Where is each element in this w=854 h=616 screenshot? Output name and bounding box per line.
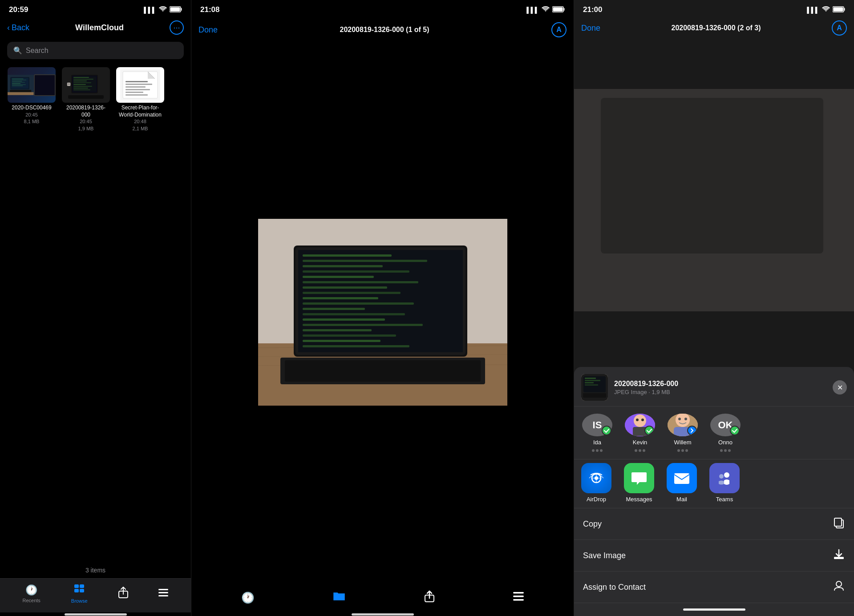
search-bar[interactable]: 🔍 Search xyxy=(7,42,184,59)
svg-rect-28 xyxy=(73,89,90,90)
apps-row: AirDrop Messages Mail xyxy=(574,459,854,508)
circle-label-3: A xyxy=(837,24,842,32)
app-item-airdrop[interactable]: AirDrop xyxy=(579,463,613,503)
svg-rect-37 xyxy=(125,84,152,85)
status-icons-2: ▌▌▌ xyxy=(526,6,565,14)
tab-list-view[interactable] xyxy=(158,588,168,600)
contact-avatar-willem xyxy=(668,414,698,436)
search-placeholder: Search xyxy=(26,47,49,55)
svg-rect-114 xyxy=(674,473,689,484)
svg-rect-74 xyxy=(303,308,365,310)
toolbar-browse-btn[interactable] xyxy=(333,591,345,604)
svg-point-110 xyxy=(684,418,687,420)
home-bar-2 xyxy=(352,613,414,616)
done-button-3[interactable]: Done xyxy=(581,24,600,33)
svg-rect-100 xyxy=(585,384,598,386)
save-image-action[interactable]: Save Image xyxy=(574,540,854,572)
tab-recents[interactable]: 🕐 Recents xyxy=(22,584,40,603)
svg-rect-67 xyxy=(303,270,409,273)
svg-rect-23 xyxy=(73,81,87,81)
app-item-mail[interactable]: Mail xyxy=(665,463,699,503)
contact-dots-ida xyxy=(592,449,603,452)
items-count: 3 items xyxy=(85,567,105,574)
svg-rect-27 xyxy=(73,88,88,89)
file-item[interactable]: Secret-Plan-for-World-Domination 20:48 2… xyxy=(116,67,165,558)
app-item-teams[interactable]: Teams xyxy=(708,463,741,503)
contact-item-kevin[interactable]: Kevin xyxy=(622,414,658,452)
svg-rect-72 xyxy=(303,297,378,299)
svg-rect-26 xyxy=(73,86,92,87)
copy-action[interactable]: Copy xyxy=(574,508,854,540)
svg-rect-86 xyxy=(513,596,524,597)
svg-rect-49 xyxy=(158,595,168,596)
tab-share[interactable] xyxy=(118,587,128,601)
svg-rect-101 xyxy=(583,393,606,398)
file-item[interactable]: 2020-DSC00469 20:45 8,1 MB xyxy=(7,67,56,558)
signal-icon-3: ▌▌▌ xyxy=(807,7,819,13)
assign-contact-label: Assign to Contact xyxy=(583,583,646,592)
circle-button-2[interactable]: A xyxy=(551,22,567,37)
svg-rect-40 xyxy=(125,92,143,93)
file-time-2: 20:45 xyxy=(80,118,92,125)
file-size-2: 1,9 MB xyxy=(78,125,94,132)
svg-rect-75 xyxy=(303,313,405,315)
home-indicator-1 xyxy=(0,612,191,616)
file-size-3: 2,1 MB xyxy=(133,125,148,132)
contact-item-willem[interactable]: Willem xyxy=(665,414,700,452)
recents-icon: 🕐 xyxy=(25,584,37,596)
svg-rect-15 xyxy=(8,92,34,95)
panel-files: 20:59 ▌▌▌ ‹ Back WillemCloud ··· 🔍 Searc… xyxy=(0,0,191,616)
panel3-nav: Done 20200819-1326-000 (2 of 3) A xyxy=(574,17,854,39)
close-icon: ✕ xyxy=(837,383,843,392)
svg-rect-79 xyxy=(303,334,396,337)
svg-rect-22 xyxy=(73,79,93,80)
share-icon xyxy=(118,587,128,601)
wifi-icon-1 xyxy=(159,6,167,14)
toolbar-list-btn[interactable] xyxy=(513,592,524,604)
svg-rect-68 xyxy=(303,276,374,278)
tab-browse[interactable]: Browse xyxy=(71,584,88,604)
battery-icon-3 xyxy=(833,6,845,14)
contact-badge-kevin xyxy=(644,426,654,435)
folder-icon xyxy=(333,591,345,604)
messages-label: Messages xyxy=(626,496,652,503)
app-item-messages[interactable]: Messages xyxy=(622,463,656,503)
circle-button-3[interactable]: A xyxy=(832,20,847,36)
signal-icon-1: ▌▌▌ xyxy=(144,7,156,13)
battery-icon-1 xyxy=(170,6,182,14)
svg-rect-41 xyxy=(125,94,148,96)
status-bar-2: 21:08 ▌▌▌ xyxy=(191,0,574,17)
assign-contact-action[interactable]: Assign to Contact xyxy=(574,572,854,603)
copy-label: Copy xyxy=(583,519,602,529)
svg-point-120 xyxy=(836,581,842,587)
file-thumbnail-3 xyxy=(116,67,164,103)
toolbar-share-btn[interactable] xyxy=(424,590,435,605)
file-time-1: 20:45 xyxy=(25,112,38,118)
file-item[interactable]: 20200819-1326-000 20:45 1,9 MB xyxy=(61,67,110,558)
svg-rect-80 xyxy=(303,340,380,342)
photo-nav-bar: Done 20200819-1326-000 (1 of 5) A xyxy=(191,17,574,41)
toolbar-recents-btn[interactable]: 🕐 xyxy=(241,592,255,604)
svg-rect-44 xyxy=(74,589,79,592)
svg-rect-31 xyxy=(69,84,70,85)
svg-rect-51 xyxy=(564,8,565,11)
svg-rect-13 xyxy=(12,85,23,86)
back-button[interactable]: ‹ Back xyxy=(7,23,29,32)
contact-item-onno[interactable]: OK Onno xyxy=(708,414,743,452)
contact-initials-ida: IS xyxy=(593,419,602,431)
more-button[interactable]: ··· xyxy=(170,20,184,35)
home-indicator-3 xyxy=(574,603,854,616)
svg-rect-70 xyxy=(303,286,387,289)
file-thumbnail-2 xyxy=(62,67,110,103)
close-share-button[interactable]: ✕ xyxy=(833,380,847,395)
done-button-2[interactable]: Done xyxy=(198,25,218,35)
main-photo xyxy=(258,219,507,406)
panel-share: 21:00 ▌▌▌ Done 20200819-1326-000 (2 of 3… xyxy=(574,0,854,616)
svg-rect-92 xyxy=(844,8,845,11)
svg-rect-14 xyxy=(10,90,31,92)
svg-rect-119 xyxy=(834,557,844,559)
contact-item-ida[interactable]: IS Ida xyxy=(579,414,615,452)
mail-label: Mail xyxy=(676,496,687,503)
svg-rect-93 xyxy=(834,7,843,11)
share-sheet: 20200819-1326-000 JPEG Image · 1,9 MB ✕ … xyxy=(574,367,854,616)
